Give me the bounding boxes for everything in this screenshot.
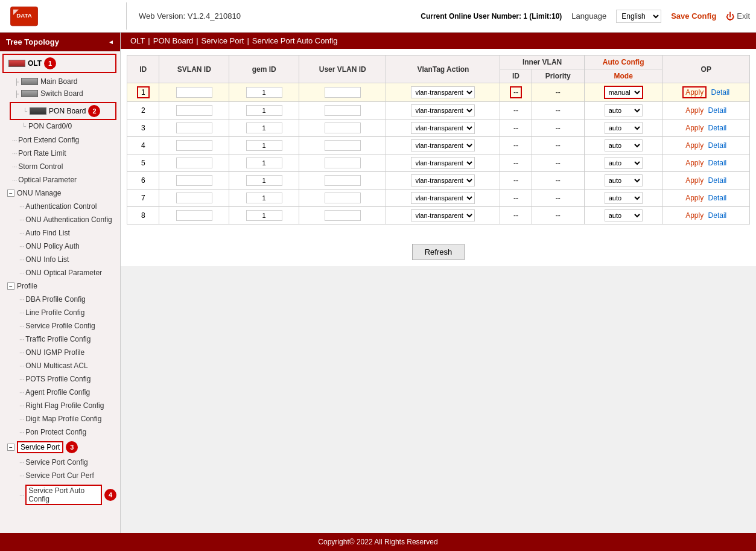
nav-port-rate-limit[interactable]: ··· Port Rate Limit xyxy=(0,147,120,160)
nav-service-port-auto-config[interactable]: ··· Service Port Auto Config 4 xyxy=(0,482,120,508)
detail-link[interactable]: Detail xyxy=(708,194,727,202)
nav-agent-profile[interactable]: ··· Agent Profile Config xyxy=(0,386,120,399)
gem-input[interactable] xyxy=(246,105,282,116)
cell-user-vlan-id[interactable] xyxy=(299,102,386,119)
cell-user-vlan-id[interactable] xyxy=(299,83,386,102)
cell-vlan-tag-action[interactable]: vlan-transparenttranslateadd-innerremove… xyxy=(386,83,500,102)
vlan-tag-select[interactable]: vlan-transparenttranslateadd-innerremove… xyxy=(411,157,475,169)
cell-svlan-id[interactable] xyxy=(159,172,229,190)
nav-digit-map-profile[interactable]: ··· Digit Map Profile Config xyxy=(0,412,120,425)
auto-mode-select[interactable]: automanual xyxy=(605,104,643,116)
cell-gem-id[interactable] xyxy=(229,154,299,172)
language-select[interactable]: English Chinese xyxy=(616,10,661,23)
vlan-tag-select[interactable]: vlan-transparenttranslateadd-innerremove… xyxy=(411,209,475,221)
auto-mode-select[interactable]: automanual xyxy=(605,174,643,186)
user-vlan-input[interactable] xyxy=(325,87,361,98)
switch-board-item[interactable]: ├ Switch Board xyxy=(10,88,116,100)
user-vlan-input[interactable] xyxy=(325,158,361,168)
pon-card-item[interactable]: └ PON Card0/0 xyxy=(10,120,116,132)
cell-op[interactable]: Apply Detail xyxy=(662,207,750,225)
cell-svlan-id[interactable] xyxy=(159,154,229,172)
cell-op[interactable]: Apply Detail xyxy=(662,190,750,207)
cell-svlan-id[interactable] xyxy=(159,190,229,207)
save-config-link[interactable]: Save Config xyxy=(671,11,716,21)
detail-link[interactable]: Detail xyxy=(708,141,727,150)
detail-link[interactable]: Detail xyxy=(708,176,727,185)
nav-service-port-config[interactable]: ··· Service Port Config xyxy=(0,456,120,469)
cell-op[interactable]: Apply Detail xyxy=(662,137,750,154)
cell-auto-mode[interactable]: automanual xyxy=(584,207,662,225)
auto-mode-select[interactable]: automanual xyxy=(604,86,643,99)
cell-gem-id[interactable] xyxy=(229,119,299,137)
svlan-input[interactable] xyxy=(176,123,212,133)
nav-storm-control[interactable]: ··· Storm Control xyxy=(0,160,120,173)
nav-line-profile[interactable]: ··· Line Profile Config xyxy=(0,306,120,319)
detail-link[interactable]: Detail xyxy=(708,159,727,167)
cell-svlan-id[interactable] xyxy=(159,137,229,154)
apply-link[interactable]: Apply xyxy=(685,141,704,150)
nav-traffic-profile[interactable]: ··· Traffic Profile Config xyxy=(0,333,120,346)
cell-auto-mode[interactable]: automanual xyxy=(584,102,662,119)
nav-port-extend-config[interactable]: ··· Port Extend Config xyxy=(0,133,120,147)
apply-link[interactable]: Apply xyxy=(685,124,704,132)
cell-svlan-id[interactable] xyxy=(159,119,229,137)
vlan-tag-select[interactable]: vlan-transparenttranslateadd-innerremove… xyxy=(411,122,475,134)
detail-link[interactable]: Detail xyxy=(708,124,727,132)
cell-op[interactable]: Apply Detail xyxy=(662,102,750,119)
cell-svlan-id[interactable] xyxy=(159,207,229,225)
pon-board-item[interactable]: └ PON Board 2 xyxy=(10,102,116,120)
svlan-input[interactable] xyxy=(176,140,212,151)
nav-onu-manage-group[interactable]: − ONU Manage xyxy=(0,186,120,200)
cell-op[interactable]: Apply Detail xyxy=(662,154,750,172)
user-vlan-input[interactable] xyxy=(325,175,361,186)
exit-button[interactable]: ⏻ Exit xyxy=(726,11,750,21)
auto-mode-select[interactable]: automanual xyxy=(605,157,643,169)
cell-svlan-id[interactable] xyxy=(159,102,229,119)
nav-profile-group[interactable]: − Profile xyxy=(0,279,120,293)
nav-onu-policy-auth[interactable]: ··· ONU Policy Auth xyxy=(0,240,120,253)
cell-user-vlan-id[interactable] xyxy=(299,119,386,137)
cell-auto-mode[interactable]: automanual xyxy=(584,83,662,102)
cell-auto-mode[interactable]: automanual xyxy=(584,190,662,207)
user-vlan-input[interactable] xyxy=(325,140,361,151)
cell-auto-mode[interactable]: automanual xyxy=(584,137,662,154)
nav-service-port-group[interactable]: − Service Port 3 xyxy=(0,439,120,456)
nav-authentication-control[interactable]: ··· Authentication Control xyxy=(0,200,120,213)
auto-mode-select[interactable]: automanual xyxy=(605,209,643,221)
nav-onu-info-list[interactable]: ··· ONU Info List xyxy=(0,253,120,266)
sidebar-title[interactable]: Tree Topology ◄ xyxy=(0,33,120,51)
gem-input[interactable] xyxy=(246,193,282,203)
user-vlan-input[interactable] xyxy=(325,105,361,116)
nav-auto-find-list[interactable]: ··· Auto Find List xyxy=(0,226,120,240)
cell-gem-id[interactable] xyxy=(229,102,299,119)
cell-vlan-tag-action[interactable]: vlan-transparenttranslateadd-innerremove… xyxy=(386,119,500,137)
svlan-input[interactable] xyxy=(176,105,212,116)
user-vlan-input[interactable] xyxy=(325,193,361,203)
user-vlan-input[interactable] xyxy=(325,210,361,221)
cell-gem-id[interactable] xyxy=(229,83,299,102)
user-vlan-input[interactable] xyxy=(325,123,361,133)
nav-onu-optical-param[interactable]: ··· ONU Optical Parameter xyxy=(0,266,120,279)
cell-auto-mode[interactable]: automanual xyxy=(584,154,662,172)
apply-link[interactable]: Apply xyxy=(685,194,704,202)
cell-op[interactable]: Apply Detail xyxy=(662,83,750,102)
nav-pots-profile[interactable]: ··· POTS Profile Config xyxy=(0,372,120,386)
nav-service-profile[interactable]: ··· Service Profile Config xyxy=(0,319,120,333)
cell-auto-mode[interactable]: automanual xyxy=(584,172,662,190)
cell-vlan-tag-action[interactable]: vlan-transparenttranslateadd-innerremove… xyxy=(386,102,500,119)
main-board-item[interactable]: ├ Main Board xyxy=(10,75,116,88)
gem-input[interactable] xyxy=(246,123,282,133)
cell-user-vlan-id[interactable] xyxy=(299,190,386,207)
cell-op[interactable]: Apply Detail xyxy=(662,172,750,190)
apply-link[interactable]: Apply xyxy=(682,86,707,98)
cell-user-vlan-id[interactable] xyxy=(299,154,386,172)
cell-gem-id[interactable] xyxy=(229,137,299,154)
vlan-tag-select[interactable]: vlan-transparenttranslateadd-innerremove… xyxy=(411,139,475,151)
cell-gem-id[interactable] xyxy=(229,190,299,207)
nav-onu-igmp-profile[interactable]: ··· ONU IGMP Profile xyxy=(0,346,120,359)
detail-link[interactable]: Detail xyxy=(711,88,730,97)
svlan-input[interactable] xyxy=(176,175,212,186)
cell-svlan-id[interactable] xyxy=(159,83,229,102)
nav-onu-auth-config[interactable]: ··· ONU Authentication Config xyxy=(0,213,120,226)
auto-mode-select[interactable]: automanual xyxy=(605,192,643,204)
